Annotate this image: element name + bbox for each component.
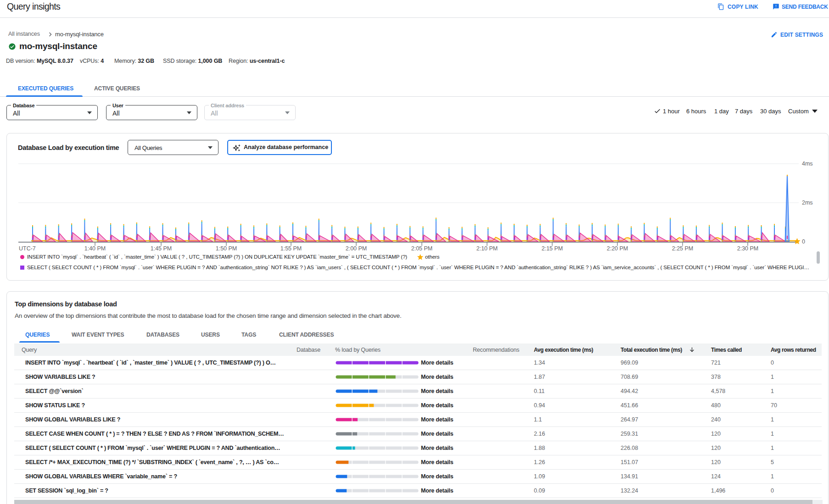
svg-text:2:00 PM: 2:00 PM <box>346 245 367 252</box>
svg-text:1:45 PM: 1:45 PM <box>151 245 172 252</box>
svg-text:2:20 PM: 2:20 PM <box>607 245 628 252</box>
svg-text:1:40 PM: 1:40 PM <box>84 245 106 252</box>
svg-text:4ms: 4ms <box>802 161 813 167</box>
svg-text:2ms: 2ms <box>802 199 813 206</box>
svg-text:0: 0 <box>802 238 805 245</box>
svg-text:2:30 PM: 2:30 PM <box>737 245 759 252</box>
svg-text:2:25 PM: 2:25 PM <box>672 245 694 252</box>
svg-text:1:50 PM: 1:50 PM <box>216 245 237 252</box>
svg-text:UTC-7: UTC-7 <box>19 245 36 252</box>
svg-text:2:05 PM: 2:05 PM <box>411 245 433 252</box>
svg-text:2:10 PM: 2:10 PM <box>476 245 498 252</box>
svg-text:2:15 PM: 2:15 PM <box>542 245 563 252</box>
svg-text:1:55 PM: 1:55 PM <box>280 245 302 252</box>
